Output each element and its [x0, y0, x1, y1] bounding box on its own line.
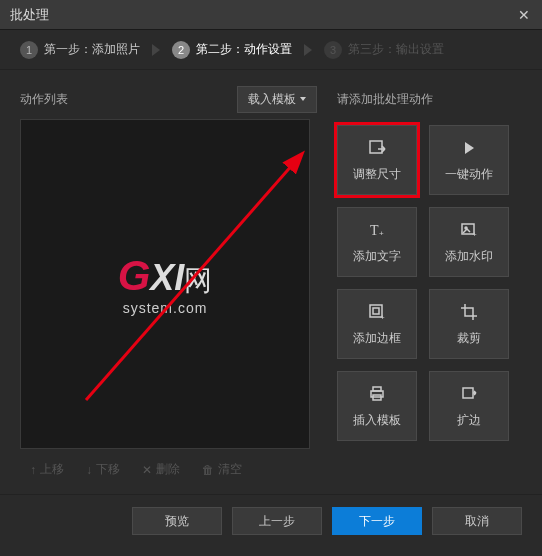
delete-label: 删除 — [156, 461, 180, 478]
step-label: 第一步：添加照片 — [44, 41, 140, 58]
svg-rect-11 — [373, 387, 381, 391]
resize-label: 调整尺寸 — [353, 166, 401, 183]
crop-icon — [459, 302, 479, 322]
step-num-icon: 2 — [172, 41, 190, 59]
move-down-label: 下移 — [96, 461, 120, 478]
move-up-button[interactable]: ↑ 上移 — [20, 455, 74, 484]
watermark-label: 添加水印 — [445, 248, 493, 265]
watermark-logo: GXI网 system.com — [118, 252, 213, 316]
resize-icon — [367, 138, 387, 158]
border-label: 添加边框 — [353, 330, 401, 347]
trash-icon: 🗑 — [202, 463, 214, 477]
border-action-button[interactable]: + 添加边框 — [337, 289, 417, 359]
border-icon: + — [367, 302, 387, 322]
cancel-button[interactable]: 取消 — [432, 507, 522, 535]
chevron-right-icon — [304, 44, 312, 56]
prev-step-button[interactable]: 上一步 — [232, 507, 322, 535]
svg-text:T: T — [370, 223, 379, 238]
clear-button[interactable]: 🗑 清空 — [192, 455, 252, 484]
printer-icon — [367, 384, 387, 404]
arrow-down-icon: ↓ — [86, 463, 92, 477]
list-toolbar: ↑ 上移 ↓ 下移 ✕ 删除 🗑 清空 — [20, 455, 317, 484]
step-3[interactable]: 3 第三步：输出设置 — [324, 41, 444, 59]
load-template-label: 载入模板 — [248, 91, 296, 108]
chevron-right-icon — [152, 44, 160, 56]
titlebar: 批处理 ✕ — [0, 0, 542, 30]
next-step-button[interactable]: 下一步 — [332, 507, 422, 535]
expand-label: 扩边 — [457, 412, 481, 429]
annotation-arrow — [21, 120, 311, 450]
arrow-up-icon: ↑ — [30, 463, 36, 477]
footer-buttons: 预览 上一步 下一步 取消 — [0, 494, 542, 547]
step-num-icon: 1 — [20, 41, 38, 59]
svg-line-0 — [86, 155, 301, 400]
crop-action-button[interactable]: 裁剪 — [429, 289, 509, 359]
step-1[interactable]: 1 第一步：添加照片 — [20, 41, 140, 59]
window-title: 批处理 — [10, 6, 49, 24]
delete-button[interactable]: ✕ 删除 — [132, 455, 190, 484]
onekey-label: 一键动作 — [445, 166, 493, 183]
action-list[interactable]: GXI网 system.com — [20, 119, 310, 449]
svg-text:+: + — [380, 313, 385, 321]
expand-icon — [459, 384, 479, 404]
load-template-button[interactable]: 载入模板 — [237, 86, 317, 113]
svg-text:+: + — [472, 230, 477, 239]
image-plus-icon: + — [459, 220, 479, 240]
close-icon[interactable]: ✕ — [516, 7, 532, 23]
resize-action-button[interactable]: 调整尺寸 — [337, 125, 417, 195]
svg-rect-8 — [373, 308, 379, 314]
svg-rect-13 — [463, 388, 473, 398]
onekey-action-button[interactable]: 一键动作 — [429, 125, 509, 195]
text-icon: T+ — [367, 220, 387, 240]
step-label: 第二步：动作设置 — [196, 41, 292, 58]
move-up-label: 上移 — [40, 461, 64, 478]
actions-title: 请添加批处理动作 — [337, 85, 522, 113]
expand-action-button[interactable]: 扩边 — [429, 371, 509, 441]
preview-button[interactable]: 预览 — [132, 507, 222, 535]
insert-template-label: 插入模板 — [353, 412, 401, 429]
text-label: 添加文字 — [353, 248, 401, 265]
step-wizard: 1 第一步：添加照片 2 第二步：动作设置 3 第三步：输出设置 — [0, 30, 542, 70]
move-down-button[interactable]: ↓ 下移 — [76, 455, 130, 484]
svg-rect-1 — [370, 141, 382, 153]
insert-template-action-button[interactable]: 插入模板 — [337, 371, 417, 441]
delete-icon: ✕ — [142, 463, 152, 477]
clear-label: 清空 — [218, 461, 242, 478]
step-label: 第三步：输出设置 — [348, 41, 444, 58]
text-action-button[interactable]: T+ 添加文字 — [337, 207, 417, 277]
watermark-action-button[interactable]: + 添加水印 — [429, 207, 509, 277]
step-2[interactable]: 2 第二步：动作设置 — [172, 41, 292, 59]
play-icon — [459, 138, 479, 158]
action-list-title: 动作列表 — [20, 91, 68, 108]
chevron-down-icon — [300, 97, 306, 101]
crop-label: 裁剪 — [457, 330, 481, 347]
svg-text:+: + — [379, 229, 384, 238]
step-num-icon: 3 — [324, 41, 342, 59]
